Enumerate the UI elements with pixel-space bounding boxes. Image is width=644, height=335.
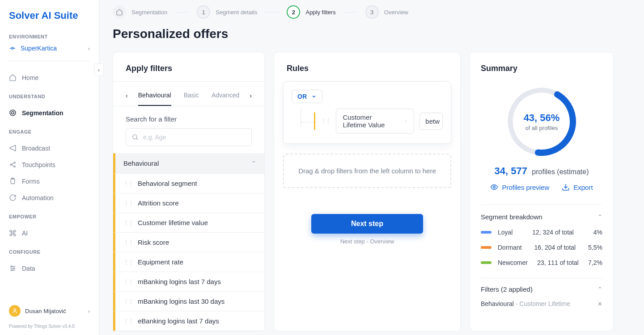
legend-swatch xyxy=(481,246,491,249)
summary-title: Summary xyxy=(481,64,602,81)
next-step-hint: Next step - Overview xyxy=(283,238,451,245)
empower-label: EMPOWER xyxy=(9,214,90,219)
next-step-button[interactable]: Next step xyxy=(311,214,423,234)
breadcrumb-stepper: Segmentation 1 Segment details 2 Apply f… xyxy=(113,5,631,19)
tab-basic[interactable]: Basic xyxy=(184,92,199,106)
engage-label: ENGAGE xyxy=(9,129,90,134)
summary-panel: Summary 43, 56% of all profiles 34, 577 … xyxy=(470,52,614,331)
svg-point-23 xyxy=(493,186,496,188)
search-input[interactable] xyxy=(143,134,246,141)
segment-breakdown-toggle[interactable]: Segment breakdown ⌃ xyxy=(481,205,602,221)
sidebar-item-data[interactable]: Data xyxy=(9,260,90,276)
breakdown-row: Loyal12, 324 of total4% xyxy=(481,229,602,236)
chevron-down-icon xyxy=(311,94,317,99)
eye-icon xyxy=(490,183,498,191)
filter-item[interactable]: ⋮⋮Customer lifetime value xyxy=(113,213,264,233)
logic-operator-select[interactable]: OR xyxy=(292,90,322,103)
drag-handle-icon[interactable]: ⋮⋮ xyxy=(321,118,330,124)
sidebar-item-touchpoints[interactable]: Touchpoints xyxy=(9,156,90,173)
filter-item[interactable]: ⋮⋮mBanking logins last 7 days xyxy=(113,272,264,292)
tree-line xyxy=(301,122,314,122)
environment-value: SuperKartica xyxy=(21,45,57,52)
megaphone-icon xyxy=(9,144,17,152)
applied-filter-row: Behavioural - Customer Lifetime ✕ xyxy=(481,300,602,307)
sidebar-item-home[interactable]: Home xyxy=(9,69,90,86)
filter-group-behavioural[interactable]: Behavioural ⌃ xyxy=(113,153,264,174)
sliders-icon xyxy=(9,264,17,272)
drag-handle-icon: ⋮⋮ xyxy=(123,220,133,226)
svg-point-6 xyxy=(14,162,15,163)
breakdown-row: Dormant16, 204 of total5,5% xyxy=(481,244,602,251)
rules-panel: Rules OR ⋮⋮ Customer Lifeti xyxy=(274,52,461,331)
svg-line-20 xyxy=(136,138,138,140)
tab-next[interactable]: › xyxy=(250,92,252,105)
download-icon xyxy=(562,183,570,191)
sidebar-item-ai[interactable]: AI xyxy=(9,225,90,241)
environment-select[interactable]: SuperKartica › xyxy=(9,45,90,61)
drag-handle-icon: ⋮⋮ xyxy=(123,200,133,206)
stepper-home[interactable]: Segmentation xyxy=(113,5,167,19)
filters-applied-toggle[interactable]: Filters (2 applied) ⌃ xyxy=(481,278,602,293)
target-icon xyxy=(9,109,17,117)
touchpoints-icon xyxy=(9,161,17,168)
gauge-sublabel: of all profiles xyxy=(525,125,558,131)
powered-by: Powered by Things Solver v3.4.0 xyxy=(9,324,90,329)
close-icon[interactable]: ✕ xyxy=(597,301,602,307)
svg-point-5 xyxy=(10,164,12,165)
stepper-divider xyxy=(265,12,279,13)
git-commit-icon xyxy=(9,45,16,52)
svg-line-8 xyxy=(12,163,14,164)
drag-handle-icon: ⋮⋮ xyxy=(123,180,133,187)
breakdown-row: Newcomer23, 111 of total7,2% xyxy=(481,259,602,266)
export-button[interactable]: Export xyxy=(562,183,593,191)
sidebar-item-broadcast[interactable]: Broadcast xyxy=(9,140,90,156)
chevron-up-icon: ⌃ xyxy=(597,214,602,220)
sidebar-collapse-toggle[interactable]: ‹ xyxy=(94,63,104,76)
sidebar: Solver AI Suite ENVIRONMENT SuperKartica… xyxy=(0,0,99,335)
svg-point-0 xyxy=(12,47,13,49)
main-content: Segmentation 1 Segment details 2 Apply f… xyxy=(99,0,644,335)
environment-label: ENVIRONMENT xyxy=(9,34,90,39)
filter-item[interactable]: ⋮⋮mBanking logins last 30 days xyxy=(113,292,264,311)
rule-operator-select[interactable]: betw xyxy=(419,113,443,130)
tab-advanced[interactable]: Advanced xyxy=(212,92,239,106)
svg-line-9 xyxy=(12,165,14,167)
drag-handle-icon: ⋮⋮ xyxy=(123,318,133,324)
svg-point-7 xyxy=(14,166,15,167)
command-icon xyxy=(9,229,17,237)
filter-item[interactable]: ⋮⋮eBanking logins last 7 days xyxy=(113,311,264,331)
profiles-estimate: 34, 577 profiles (estimate) xyxy=(481,165,602,177)
stepper-step-2[interactable]: 2 Apply filters xyxy=(287,5,335,19)
drag-handle-icon: ⋮⋮ xyxy=(123,259,133,265)
chevron-right-icon: › xyxy=(88,308,90,314)
tab-behavioural[interactable]: Behavioural xyxy=(138,92,171,106)
chevron-up-icon: ⌃ xyxy=(597,286,602,293)
refresh-icon xyxy=(9,194,17,201)
rule-field-select[interactable]: Customer Lifetime Value xyxy=(336,109,414,134)
filter-item[interactable]: ⋮⋮Attrition score xyxy=(113,193,264,213)
sidebar-item-segmentation[interactable]: Segmentation xyxy=(9,105,90,121)
drag-handle-icon: ⋮⋮ xyxy=(123,239,133,246)
filter-item[interactable]: ⋮⋮Behavioral segment xyxy=(113,174,264,193)
sidebar-item-automation[interactable]: Automation xyxy=(9,189,90,206)
stepper-step-3[interactable]: 3 Overview xyxy=(365,5,408,19)
tab-prev[interactable]: ‹ xyxy=(126,92,128,105)
clipboard-icon xyxy=(9,177,17,185)
user-menu[interactable]: Dusan Mijatović › xyxy=(9,305,90,317)
gauge-chart: 43, 56% of all profiles xyxy=(506,86,577,157)
stepper-step-1[interactable]: 1 Segment details xyxy=(197,5,257,19)
svg-point-16 xyxy=(13,268,15,269)
svg-point-17 xyxy=(12,269,13,271)
svg-point-3 xyxy=(10,110,16,116)
search-input-container xyxy=(126,128,252,146)
drag-handle-icon: ⋮⋮ xyxy=(123,298,133,305)
filter-item[interactable]: ⋮⋮Equipment rate xyxy=(113,252,264,272)
profiles-preview-button[interactable]: Profiles preview xyxy=(490,183,549,191)
user-icon xyxy=(12,308,18,314)
rules-dropzone[interactable]: Drag & drop filters from the left column… xyxy=(283,154,451,188)
search-icon xyxy=(131,134,139,141)
sidebar-item-forms[interactable]: Forms xyxy=(9,173,90,189)
rules-title: Rules xyxy=(283,64,451,81)
configure-label: CONFIGURE xyxy=(9,249,90,255)
filter-item[interactable]: ⋮⋮Risk score xyxy=(113,233,264,252)
